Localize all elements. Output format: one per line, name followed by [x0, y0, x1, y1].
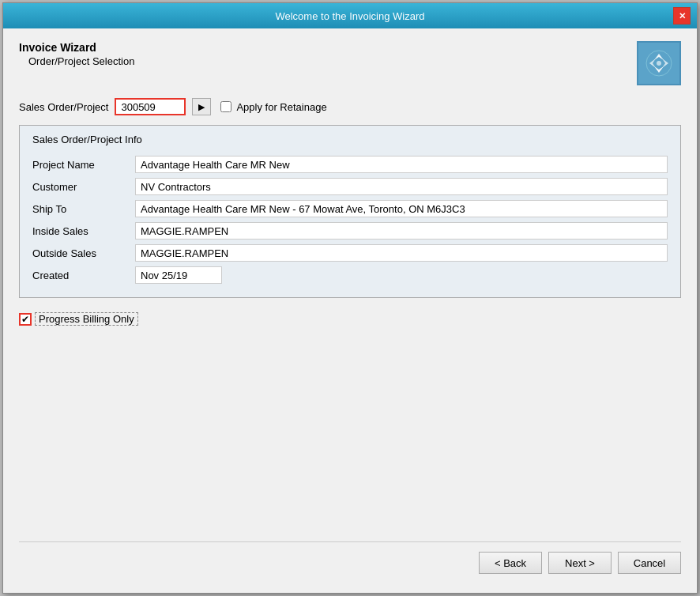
content-area: Invoice Wizard Order/Project Selection S…	[3, 28, 697, 593]
logo-box	[637, 41, 681, 85]
table-row: Project Name Advantage Health Care MR Ne…	[32, 153, 668, 175]
inside-sales-value: MAGGIE.RAMPEN	[135, 222, 668, 240]
field-label-customer: Customer	[32, 175, 135, 198]
svg-point-1	[657, 61, 661, 66]
lookup-icon: ▶	[198, 102, 205, 112]
table-row: Inside Sales MAGGIE.RAMPEN	[32, 220, 668, 242]
field-label-ship-to: Ship To	[32, 198, 135, 220]
sales-order-label: Sales Order/Project	[19, 101, 108, 113]
progress-billing-row: Progress Billing Only	[19, 312, 681, 326]
retainage-row: Apply for Retainage	[220, 101, 326, 113]
field-label-project-name: Project Name	[32, 153, 135, 175]
field-label-inside-sales: Inside Sales	[32, 220, 135, 242]
footer-buttons: < Back Next > Cancel	[19, 541, 681, 580]
field-value-outside-sales: MAGGIE.RAMPEN	[135, 242, 668, 264]
field-value-project-name: Advantage Health Care MR New	[135, 153, 668, 175]
header-titles: Invoice Wizard Order/Project Selection	[19, 41, 134, 67]
progress-billing-checkbox[interactable]	[19, 313, 32, 326]
table-row: Outside Sales MAGGIE.RAMPEN	[32, 242, 668, 264]
header-sub-title: Order/Project Selection	[28, 55, 134, 67]
info-group-title: Sales Order/Project Info	[32, 134, 668, 145]
field-value-inside-sales: MAGGIE.RAMPEN	[135, 220, 668, 242]
outside-sales-value: MAGGIE.RAMPEN	[135, 244, 668, 262]
retainage-label: Apply for Retainage	[236, 101, 326, 113]
spacer	[19, 326, 681, 541]
lookup-button[interactable]: ▶	[192, 98, 211, 115]
ship-to-value: Advantage Health Care MR New - 67 Mowat …	[135, 200, 668, 217]
window-title: Welcome to the Invoicing Wizard	[27, 10, 673, 22]
title-bar: Welcome to the Invoicing Wizard ✕	[3, 3, 697, 28]
project-name-value: Advantage Health Care MR New	[135, 156, 668, 173]
header-section: Invoice Wizard Order/Project Selection	[19, 41, 681, 85]
field-label-outside-sales: Outside Sales	[32, 242, 135, 264]
logo-icon	[645, 49, 673, 77]
info-table: Project Name Advantage Health Care MR Ne…	[32, 153, 668, 286]
progress-billing-label: Progress Billing Only	[35, 312, 138, 326]
main-window: Welcome to the Invoicing Wizard ✕ Invoic…	[2, 2, 698, 594]
customer-value: NV Contractors	[135, 178, 668, 195]
field-label-created: Created	[32, 264, 135, 286]
table-row: Customer NV Contractors	[32, 175, 668, 198]
close-button[interactable]: ✕	[673, 7, 691, 25]
sales-order-input[interactable]	[115, 98, 186, 115]
header-main-title: Invoice Wizard	[19, 41, 134, 54]
table-row: Ship To Advantage Health Care MR New - 6…	[32, 198, 668, 220]
cancel-button[interactable]: Cancel	[618, 552, 681, 574]
info-group: Sales Order/Project Info Project Name Ad…	[19, 125, 681, 298]
table-row: Created Nov 25/19	[32, 264, 668, 286]
retainage-checkbox[interactable]	[220, 101, 231, 112]
sales-order-row: Sales Order/Project ▶ Apply for Retainag…	[19, 98, 681, 115]
next-button[interactable]: Next >	[548, 552, 612, 574]
field-value-customer: NV Contractors	[135, 175, 668, 198]
back-button[interactable]: < Back	[479, 552, 542, 574]
field-value-ship-to: Advantage Health Care MR New - 67 Mowat …	[135, 198, 668, 220]
field-value-created: Nov 25/19	[135, 264, 668, 286]
created-value: Nov 25/19	[135, 266, 222, 284]
